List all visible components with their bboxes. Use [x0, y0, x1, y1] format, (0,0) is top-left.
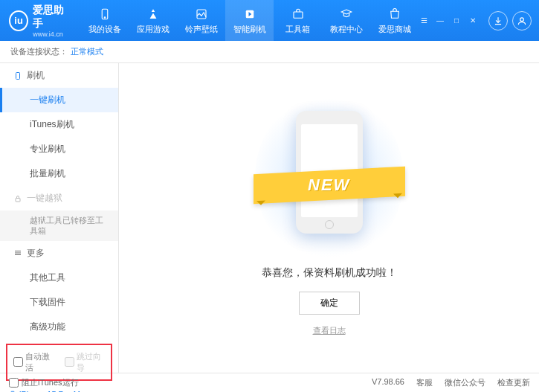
skip-guide-checkbox[interactable]: 跳过向导 [65, 351, 106, 373]
svg-point-5 [520, 17, 524, 21]
checkbox-label: 自动激活 [25, 351, 54, 373]
jailbreak-note: 越狱工具已转移至工具箱 [0, 211, 118, 241]
user-button[interactable] [512, 11, 532, 30]
view-log-link[interactable]: 查看日志 [313, 325, 346, 336]
ribbon-text: NEW [308, 176, 350, 195]
group-label: 一键越狱 [27, 192, 62, 205]
sidebar-item-pro-flash[interactable]: 专业刷机 [0, 137, 118, 161]
ok-button[interactable]: 确定 [299, 292, 360, 315]
footer-support[interactable]: 客服 [416, 377, 433, 388]
nav-label: 教程中心 [330, 24, 363, 35]
logo-area: iu 爱思助手 www.i4.cn [0, 4, 80, 38]
logo-icon: iu [9, 10, 28, 31]
phone-icon [13, 71, 22, 80]
nav-label: 我的设备 [88, 24, 121, 35]
device-name[interactable]: iPhone 15 Pro Max [9, 390, 109, 392]
checkbox-label: 阻止iTunes运行 [22, 377, 79, 388]
success-illustration: NEW [262, 100, 396, 256]
app-header: iu 爱思助手 www.i4.cn 我的设备 应用游戏 铃声壁纸 智能刷机 工具… [0, 0, 539, 41]
svg-point-1 [104, 16, 106, 18]
header-right: ☰ — □ ✕ [419, 11, 539, 30]
lock-icon [13, 194, 22, 203]
sidebar-item-download-firmware[interactable]: 下载固件 [0, 290, 118, 315]
download-button[interactable] [488, 11, 508, 30]
media-icon [194, 7, 209, 22]
minimize-icon[interactable]: — [435, 16, 445, 25]
device-name-text: iPhone 15 Pro Max [19, 390, 89, 392]
toolbox-icon [291, 7, 306, 22]
success-message: 恭喜您，保资料刷机成功啦！ [262, 266, 397, 280]
app-url: www.i4.cn [33, 30, 71, 38]
nav-tools[interactable]: 工具箱 [274, 0, 322, 41]
menu-icon[interactable]: ☰ [419, 16, 429, 25]
top-nav: 我的设备 应用游戏 铃声壁纸 智能刷机 工具箱 教程中心 爱思商城 [80, 0, 419, 41]
group-label: 刷机 [27, 69, 45, 82]
version-label: V7.98.66 [372, 377, 404, 388]
status-value: 正常模式 [71, 46, 103, 57]
nav-label: 应用游戏 [137, 24, 170, 35]
window-controls: ☰ — □ ✕ [419, 16, 478, 25]
svg-rect-4 [294, 12, 303, 18]
sidebar-item-batch-flash[interactable]: 批量刷机 [0, 161, 118, 186]
app-title: 爱思助手 [33, 4, 71, 30]
nav-label: 工具箱 [285, 24, 310, 35]
nav-label: 智能刷机 [233, 24, 266, 35]
nav-flash[interactable]: 智能刷机 [225, 0, 274, 41]
tutorial-icon [339, 7, 354, 22]
sidebar: 刷机 一键刷机 iTunes刷机 专业刷机 批量刷机 一键越狱 越狱工具已转移至… [0, 63, 119, 373]
status-label: 设备连接状态： [10, 46, 68, 57]
footer-wechat[interactable]: 微信公众号 [445, 377, 485, 388]
status-bar: 设备连接状态： 正常模式 [0, 41, 539, 63]
sidebar-item-other-tools[interactable]: 其他工具 [0, 266, 118, 290]
sidebar-item-advanced[interactable]: 高级功能 [0, 315, 118, 339]
more-icon [13, 248, 22, 257]
flash-icon [242, 7, 257, 22]
svg-rect-6 [16, 72, 20, 79]
footer-update[interactable]: 检查更新 [497, 377, 530, 388]
sidebar-group-jailbreak: 一键越狱 [0, 186, 118, 211]
main-content: NEW 恭喜您，保资料刷机成功啦！ 确定 查看日志 [119, 63, 539, 373]
sidebar-group-flash[interactable]: 刷机 [0, 63, 118, 88]
options-row: 自动激活 跳过向导 [6, 344, 112, 381]
auto-activate-checkbox[interactable]: 自动激活 [13, 351, 54, 373]
sidebar-group-more[interactable]: 更多 [0, 241, 118, 266]
device-icon [97, 7, 112, 22]
apps-icon [146, 7, 161, 22]
block-itunes-checkbox[interactable]: 阻止iTunes运行 [9, 377, 79, 388]
nav-label: 爱思商城 [378, 24, 411, 35]
nav-shop[interactable]: 爱思商城 [370, 0, 419, 41]
svg-rect-7 [16, 198, 20, 202]
maximize-icon[interactable]: □ [451, 16, 462, 25]
sidebar-item-itunes-flash[interactable]: iTunes刷机 [0, 112, 118, 137]
sidebar-item-oneclick-flash[interactable]: 一键刷机 [0, 88, 118, 112]
close-icon[interactable]: ✕ [468, 16, 478, 25]
nav-my-device[interactable]: 我的设备 [80, 0, 129, 41]
nav-tutorial[interactable]: 教程中心 [322, 0, 370, 41]
nav-apps[interactable]: 应用游戏 [129, 0, 177, 41]
nav-label: 铃声壁纸 [185, 24, 218, 35]
shop-icon [387, 7, 402, 22]
nav-media[interactable]: 铃声壁纸 [177, 0, 225, 41]
group-label: 更多 [27, 247, 45, 260]
checkbox-label: 跳过向导 [77, 351, 106, 373]
